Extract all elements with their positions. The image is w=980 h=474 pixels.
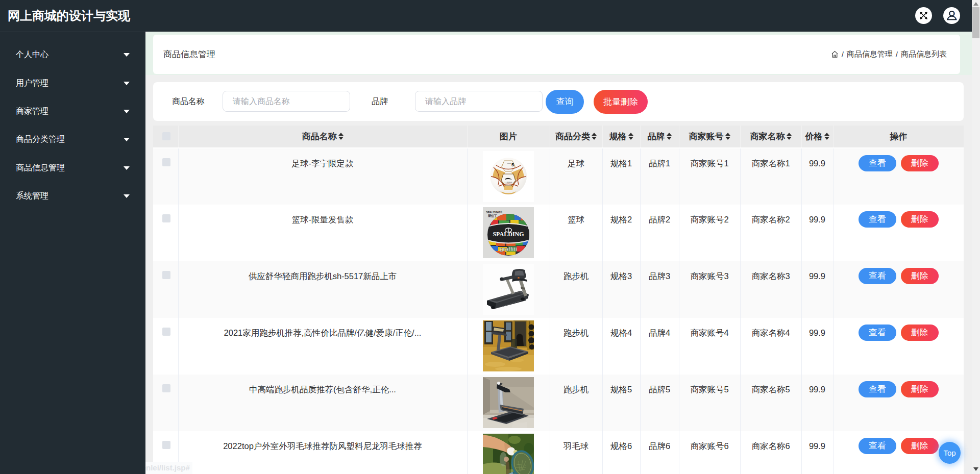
svg-text:LI-NING: LI-NING xyxy=(505,181,512,184)
svg-text:5: 5 xyxy=(511,162,514,167)
svg-text:SPALDING®: SPALDING® xyxy=(486,211,502,214)
svg-text:graffiti: graffiti xyxy=(500,246,517,252)
svg-text:斯伯丁: 斯伯丁 xyxy=(487,214,497,218)
